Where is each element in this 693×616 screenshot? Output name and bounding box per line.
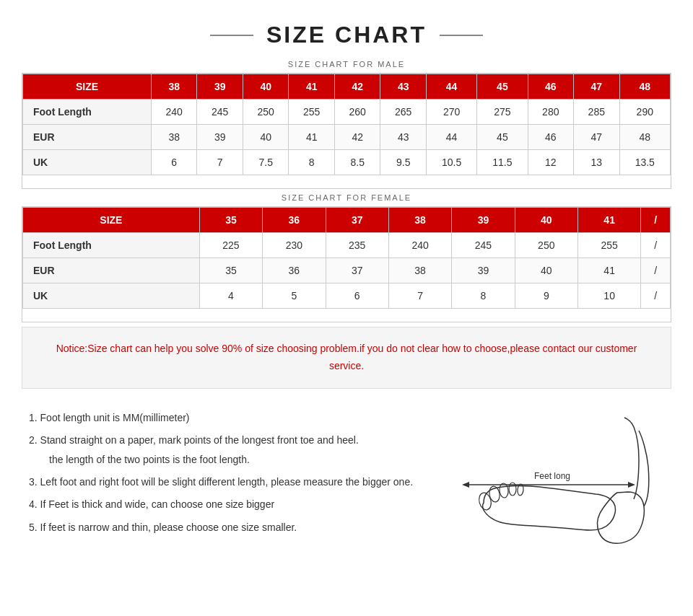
- table-cell: 42: [334, 125, 380, 150]
- male-header-cell: 47: [574, 74, 620, 100]
- table-cell: 7: [388, 283, 451, 309]
- table-cell: 240: [151, 100, 197, 125]
- table-cell: 265: [380, 100, 427, 125]
- page-container: SIZE CHART SIZE CHART FOR MALE SIZE38394…: [22, 22, 671, 560]
- female-size-table: SIZE35363738394041/ Foot Length225230235…: [22, 207, 671, 309]
- svg-marker-1: [462, 482, 469, 488]
- foot-svg-wrapper: Feet long: [455, 409, 657, 553]
- male-table-header: SIZE3839404142434445464748: [23, 74, 671, 100]
- table-cell: 240: [388, 233, 451, 258]
- table-cell: 250: [515, 233, 578, 258]
- table-row: EUR35363738394041/: [23, 258, 671, 283]
- table-cell: 36: [263, 258, 326, 283]
- list-item: 4. If Feet is thick and wide, can choose…: [29, 496, 433, 514]
- list-item: 3. Left foot and right foot will be slig…: [29, 473, 433, 491]
- table-cell: 39: [452, 258, 515, 283]
- table-cell: 255: [289, 100, 335, 125]
- table-cell: 7: [197, 150, 243, 175]
- table-cell: 245: [452, 233, 515, 258]
- page-title: SIZE CHART: [266, 22, 427, 48]
- list-item: the length of the two points is the foot…: [29, 451, 433, 469]
- table-cell: 9: [515, 283, 578, 309]
- male-header-cell: 46: [528, 74, 574, 100]
- table-cell: 285: [574, 100, 620, 125]
- female-header-cell: 40: [515, 208, 578, 233]
- table-cell: 35: [199, 258, 262, 283]
- male-header-cell: 41: [289, 74, 335, 100]
- table-cell: 38: [151, 125, 197, 150]
- notice-text: Notice:Size chart can help you solve 90%…: [56, 343, 637, 371]
- table-cell: 40: [515, 258, 578, 283]
- svg-marker-2: [628, 482, 635, 488]
- table-cell: 255: [578, 233, 640, 258]
- male-header-cell: 45: [477, 74, 528, 100]
- table-cell: EUR: [23, 125, 152, 150]
- table-cell: 10: [578, 283, 640, 309]
- list-item: 2. Stand straight on a paper, mark point…: [29, 431, 433, 449]
- instructions-list: 1. Foot length unit is MM(millimeter)2. …: [29, 409, 433, 541]
- list-item: 5. If feet is narrow and thin, please ch…: [29, 519, 433, 537]
- foot-illustration: Feet long: [448, 409, 664, 553]
- table-cell: 47: [574, 125, 620, 150]
- female-header-cell: SIZE: [23, 208, 200, 233]
- female-header-row: SIZE35363738394041/: [23, 208, 671, 233]
- notice-box: Notice:Size chart can help you solve 90%…: [22, 327, 671, 389]
- male-header-cell: 42: [334, 74, 380, 100]
- table-cell: /: [641, 258, 671, 283]
- table-cell: 12: [528, 150, 574, 175]
- table-cell: 245: [197, 100, 243, 125]
- table-cell: 8.5: [334, 150, 380, 175]
- male-header-cell: SIZE: [23, 74, 152, 100]
- table-cell: 225: [199, 233, 262, 258]
- female-header-cell: 39: [452, 208, 515, 233]
- table-cell: 9.5: [380, 150, 427, 175]
- female-section-label: SIZE CHART FOR FEMALE: [22, 193, 671, 202]
- female-header-cell: 36: [263, 208, 326, 233]
- table-cell: UK: [23, 283, 200, 309]
- male-header-cell: 40: [243, 74, 289, 100]
- male-header-cell: 39: [197, 74, 243, 100]
- table-cell: 6: [326, 283, 388, 309]
- table-cell: 48: [619, 125, 670, 150]
- female-table-body: Foot Length225230235240245250255/EUR3536…: [23, 233, 671, 309]
- table-cell: 4: [199, 283, 262, 309]
- table-cell: Foot Length: [23, 100, 152, 125]
- table-cell: 275: [477, 100, 528, 125]
- svg-point-4: [477, 491, 493, 511]
- table-cell: /: [641, 283, 671, 309]
- table-cell: 8: [289, 150, 335, 175]
- instructions-ol: 1. Foot length unit is MM(millimeter)2. …: [29, 409, 433, 537]
- male-size-table: SIZE3839404142434445464748 Foot Length24…: [22, 74, 671, 175]
- table-cell: 39: [197, 125, 243, 150]
- title-line-left: [210, 35, 253, 36]
- foot-diagram-svg: Feet long: [455, 409, 657, 553]
- male-table-wrapper: SIZE3839404142434445464748 Foot Length24…: [22, 73, 671, 189]
- male-section-label: SIZE CHART FOR MALE: [22, 60, 671, 69]
- table-cell: EUR: [23, 258, 200, 283]
- table-cell: 8: [452, 283, 515, 309]
- instructions-section: 1. Foot length unit is MM(millimeter)2. …: [22, 402, 671, 560]
- table-cell: 43: [380, 125, 427, 150]
- table-cell: UK: [23, 150, 152, 175]
- table-cell: 41: [578, 258, 640, 283]
- female-header-cell: 38: [388, 208, 451, 233]
- list-item: 1. Foot length unit is MM(millimeter): [29, 409, 433, 427]
- title-section: SIZE CHART: [22, 22, 671, 48]
- male-header-row: SIZE3839404142434445464748: [23, 74, 671, 100]
- table-cell: 45: [477, 125, 528, 150]
- male-table-body: Foot Length24024525025526026527027528028…: [23, 100, 671, 175]
- female-header-cell: /: [641, 208, 671, 233]
- title-line-right: [440, 35, 483, 36]
- male-header-cell: 43: [380, 74, 427, 100]
- table-row: Foot Length24024525025526026527027528028…: [23, 100, 671, 125]
- female-header-cell: 37: [326, 208, 388, 233]
- table-cell: 37: [326, 258, 388, 283]
- table-cell: 235: [326, 233, 388, 258]
- table-cell: 11.5: [477, 150, 528, 175]
- table-cell: 10.5: [426, 150, 476, 175]
- table-cell: 7.5: [243, 150, 289, 175]
- table-cell: 250: [243, 100, 289, 125]
- table-cell: 290: [619, 100, 670, 125]
- table-cell: 270: [426, 100, 476, 125]
- male-header-cell: 48: [619, 74, 670, 100]
